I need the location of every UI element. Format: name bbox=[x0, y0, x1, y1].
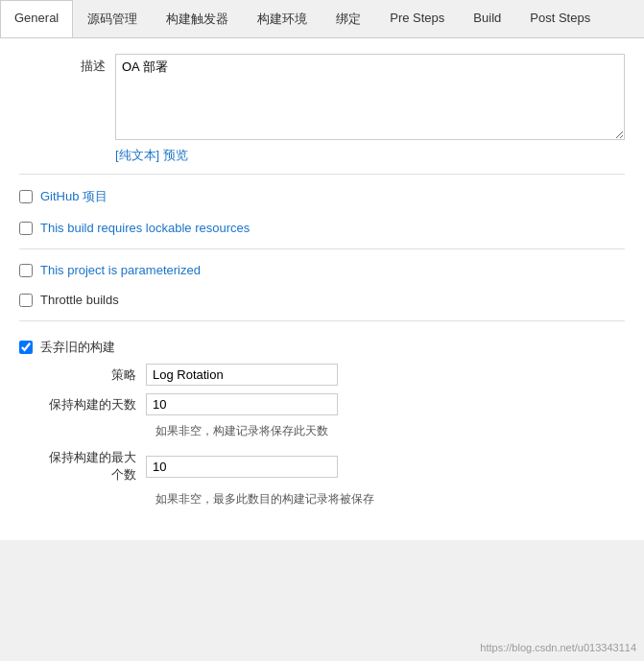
discard-title-row: 丢弃旧的构建 bbox=[19, 339, 625, 356]
tab-env[interactable]: 构建环境 bbox=[243, 0, 322, 37]
divider-3 bbox=[19, 320, 625, 321]
strategy-row: 策略 bbox=[40, 364, 625, 386]
keep-max-row: 保持构建的最大个数 bbox=[40, 449, 625, 484]
strategy-input[interactable] bbox=[146, 364, 338, 386]
divider-1 bbox=[19, 174, 625, 175]
keep-days-row: 保持构建的天数 bbox=[40, 393, 625, 415]
lockable-row: This build requires lockable resources bbox=[19, 217, 625, 239]
tab-general[interactable]: General bbox=[0, 0, 73, 37]
keep-days-hint: 如果非空，构建记录将保存此天数 bbox=[155, 423, 625, 439]
lockable-label: This build requires lockable resources bbox=[40, 221, 250, 235]
keep-days-input[interactable] bbox=[146, 393, 338, 415]
description-row: 描述 [纯文本] 预览 bbox=[19, 54, 625, 164]
keep-days-label: 保持构建的天数 bbox=[40, 396, 146, 413]
description-control: [纯文本] 预览 bbox=[115, 54, 625, 164]
keep-max-label: 保持构建的最大个数 bbox=[40, 449, 146, 484]
github-label: GitHub 项目 bbox=[40, 188, 107, 205]
tab-poststeps[interactable]: Post Steps bbox=[515, 0, 605, 37]
preview-link[interactable]: [纯文本] 预览 bbox=[115, 147, 625, 164]
tab-presteps[interactable]: Pre Steps bbox=[375, 0, 459, 37]
throttle-label: Throttle builds bbox=[40, 293, 119, 307]
discard-checkbox[interactable] bbox=[19, 341, 33, 354]
discard-section: 丢弃旧的构建 策略 保持构建的天数 如果非空，构建记录将保存此天数 保持构建的最… bbox=[19, 331, 625, 525]
main-content: 描述 [纯文本] 预览 GitHub 项目 This build require… bbox=[0, 38, 644, 540]
discard-options: 策略 保持构建的天数 如果非空，构建记录将保存此天数 保持构建的最大个数 如果非… bbox=[40, 364, 625, 508]
lockable-checkbox[interactable] bbox=[19, 222, 33, 235]
parameterized-row: This project is parameterized bbox=[19, 259, 625, 281]
description-textarea[interactable] bbox=[115, 54, 625, 140]
github-row: GitHub 项目 bbox=[19, 184, 625, 209]
divider-2 bbox=[19, 248, 625, 249]
tab-bar: General 源码管理 构建触发器 构建环境 绑定 Pre Steps Bui… bbox=[0, 0, 644, 38]
discard-label: 丢弃旧的构建 bbox=[40, 339, 115, 356]
tab-source[interactable]: 源码管理 bbox=[73, 0, 152, 37]
description-label: 描述 bbox=[19, 54, 115, 75]
tab-build[interactable]: Build bbox=[459, 0, 515, 37]
tab-bind[interactable]: 绑定 bbox=[322, 0, 375, 37]
throttle-row: Throttle builds bbox=[19, 289, 625, 311]
strategy-label: 策略 bbox=[40, 366, 146, 384]
keep-max-input[interactable] bbox=[146, 456, 338, 478]
keep-max-hint: 如果非空，最多此数目的构建记录将被保存 bbox=[155, 491, 625, 508]
throttle-checkbox[interactable] bbox=[19, 294, 33, 307]
github-checkbox[interactable] bbox=[19, 190, 33, 203]
tab-trigger[interactable]: 构建触发器 bbox=[152, 0, 243, 37]
parameterized-label: This project is parameterized bbox=[40, 263, 201, 277]
parameterized-checkbox[interactable] bbox=[19, 264, 33, 277]
